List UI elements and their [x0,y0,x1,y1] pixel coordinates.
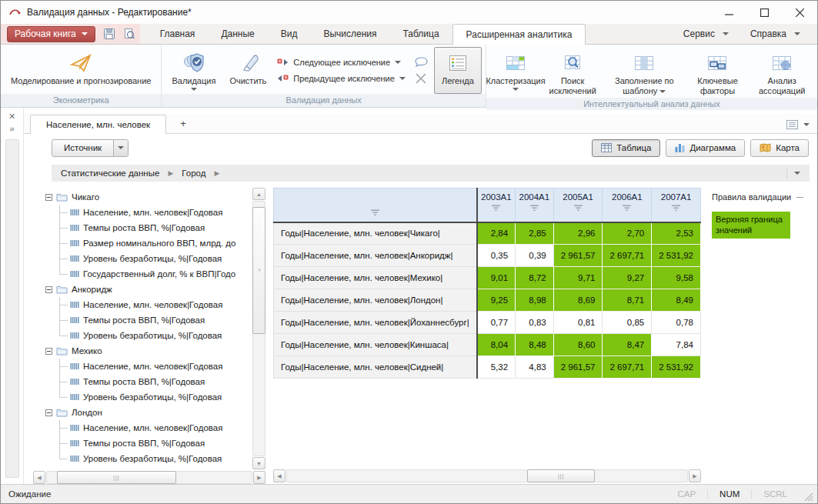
row-label[interactable]: Годы|Население, млн. человек|Лондон| [274,289,477,312]
tree-leaf[interactable]: Население, млн. человек|Годовая [70,297,249,312]
data-cell[interactable]: 8,47 [603,334,652,356]
data-cell[interactable]: 2 531,92 [652,245,701,267]
data-cell[interactable]: 2,84 [477,222,516,245]
data-cell[interactable]: 0,39 [516,245,554,267]
column-header-2003A1[interactable]: 2003A1 [477,189,516,222]
ribbon-tab-0[interactable]: Главная [147,24,209,44]
row-label[interactable]: Годы|Население, млн. человек|Мехико| [274,267,477,289]
tree-leaf[interactable]: Уровень безработицы, %|Годовая [70,251,249,266]
data-cell[interactable]: 2 531,92 [652,356,701,379]
source-dropdown[interactable] [113,140,128,156]
resize-grip[interactable] [800,489,814,502]
scroll-right-icon[interactable]: ▶ [253,471,265,484]
tree-leaf[interactable]: Темпы роста ВВП, %|Годовая [70,220,249,235]
data-cell[interactable]: 2 961,57 [553,356,603,379]
ribbon-tab-2[interactable]: Вид [268,24,311,44]
data-cell[interactable]: 8,04 [477,334,516,356]
help-menu[interactable]: Справка [741,28,810,39]
tree-node-2[interactable]: Мехико [35,343,249,359]
data-cell[interactable]: 2,53 [652,222,701,245]
scroll-left-icon[interactable]: ◀ [273,469,285,482]
breadcrumb-dropdown[interactable] [786,168,800,179]
data-cell[interactable]: 2,96 [553,222,603,245]
new-tab-button[interactable]: + [166,114,200,133]
workbook-menu-button[interactable]: Рабочая книга [7,26,95,42]
view-button-2[interactable]: Карта [750,139,809,157]
tree-vertical-scrollbar[interactable]: ▲ ＝ ▼ [252,188,265,469]
tree-leaf[interactable]: Население, млн. человек|Годовая [70,359,249,374]
data-cell[interactable]: 7,84 [652,334,701,356]
column-header-2005A1[interactable]: 2005A1 [553,189,603,222]
tree-leaf[interactable]: Темпы роста ВВП, %|Годовая [70,374,249,389]
exception-search-button[interactable]: Поиск исключений [543,47,603,98]
tree-horizontal-scrollbar[interactable]: ◀ ||| ▶ [33,471,265,484]
ribbon-tab-3[interactable]: Вычисления [310,24,389,44]
breadcrumb-item-0[interactable]: Статистические данные [61,169,159,178]
row-label[interactable]: Годы|Население, млн. человек|Йоханнесбур… [274,312,477,334]
source-split-button[interactable]: Источник [52,139,129,157]
data-cell[interactable]: 2 697,71 [603,245,652,267]
modeling-forecasting-button[interactable]: Моделирование и прогнозирование [5,47,157,94]
data-cell[interactable]: 9,71 [553,267,603,289]
table-corner-header[interactable] [274,189,477,222]
breadcrumb-item-1[interactable]: Город [182,169,205,178]
tree-leaf[interactable]: Уровень безработицы, %|Годовая [70,328,249,343]
tree-node-1[interactable]: Анкоридж [35,282,249,297]
validation-button[interactable]: Валидация [165,47,222,94]
maximize-button[interactable] [746,1,782,24]
data-cell[interactable]: 2 961,57 [553,245,603,267]
minimize-button[interactable] [711,1,746,24]
view-button-1[interactable]: Диаграмма [666,139,745,157]
print-preview-icon[interactable] [121,26,138,42]
remove-exception-button[interactable] [416,73,426,84]
tree-leaf[interactable]: Темпы роста ВВП, %|Годовая [70,312,249,328]
comment-button[interactable] [415,57,428,67]
data-cell[interactable]: 0,77 [477,312,516,334]
clear-button[interactable]: Очистить [223,47,272,94]
view-button-0[interactable]: Таблица [592,139,660,157]
tree-leaf[interactable]: Уровень безработицы, %|Годовая [70,389,249,405]
scroll-right-icon[interactable]: ▶ [689,469,701,482]
tree-leaf[interactable]: Темпы роста ВВП, %|Годовая [70,436,249,451]
key-factors-button[interactable]: Ключевые факторы [686,47,750,98]
tree-leaf[interactable]: Население, млн. человек|Годовая [70,420,249,436]
scrollbar-thumb[interactable]: ||| [57,471,175,484]
tree-leaf[interactable]: Население, млн. человек|Годовая [70,205,249,220]
data-cell[interactable]: 8,72 [516,267,554,289]
scrollbar-thumb[interactable]: ＝ [252,207,265,334]
data-cell[interactable]: 0,83 [516,312,554,334]
data-cell[interactable]: 8,49 [652,289,701,312]
data-cell[interactable]: 4,83 [516,356,554,379]
scrollbar-thumb[interactable]: ||| [527,469,595,482]
tree-leaf[interactable]: Государственный долг, % к ВВП|Годо [70,266,249,282]
column-header-2007A1[interactable]: 2007A1 [652,189,701,222]
table-horizontal-scrollbar[interactable]: ◀ ||| ▶ [273,469,701,482]
panel-list-icon[interactable] [786,120,798,129]
data-cell[interactable]: 8,48 [516,334,554,356]
clustering-button[interactable]: Кластеризация [490,47,541,98]
data-cell[interactable]: 8,98 [516,289,554,312]
row-label[interactable]: Годы|Население, млн. человек|Анкоридж| [274,245,477,267]
associations-button[interactable]: Анализ ассоциаций [750,47,813,98]
save-icon[interactable] [101,26,118,42]
tree-leaf[interactable]: Размер номинального ВВП, млрд. до [70,235,249,251]
close-button[interactable] [782,1,817,24]
row-label[interactable]: Годы|Население, млн. человек|Сидней| [274,356,477,379]
column-header-2006A1[interactable]: 2006A1 [603,189,652,222]
expand-panel-icon[interactable]: » [9,124,14,134]
legend-button[interactable]: Легенда [434,47,482,94]
data-cell[interactable]: 9,25 [477,289,516,312]
chevron-down-icon[interactable] [803,123,810,126]
tree-node-0[interactable]: Чикаго [35,189,249,205]
prev-exception-button[interactable]: Предыдущее исключение [277,74,406,83]
column-header-2004A1[interactable]: 2004A1 [516,189,554,222]
data-cell[interactable]: 8,69 [553,289,603,312]
close-panel-icon[interactable]: ✕ [8,112,15,122]
tree-leaf[interactable]: Уровень безработицы, %|Годовая [70,451,249,466]
ribbon-tab-4[interactable]: Таблица [390,24,452,44]
scroll-left-icon[interactable]: ◀ [33,471,45,484]
document-tab[interactable]: Население, млн. человек [30,115,166,134]
data-cell[interactable]: 0,35 [477,245,516,267]
next-exception-button[interactable]: Следующее исключение [277,58,406,67]
data-cell[interactable]: 8,60 [553,334,603,356]
